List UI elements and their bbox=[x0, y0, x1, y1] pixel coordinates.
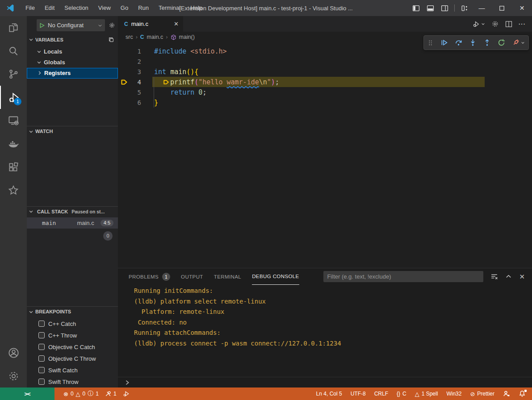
menu-file[interactable]: File bbox=[21, 0, 40, 16]
braces-icon: {} bbox=[397, 391, 400, 397]
chevron-down-icon bbox=[37, 60, 42, 65]
variables-section-header[interactable]: VARIABLES bbox=[27, 35, 118, 45]
search-icon[interactable] bbox=[0, 39, 27, 62]
menu-run[interactable]: Run bbox=[133, 0, 154, 16]
console-filter-input[interactable] bbox=[323, 271, 483, 282]
menu-terminal[interactable]: Terminal bbox=[154, 0, 185, 16]
panel-tab-output[interactable]: OUTPUT bbox=[181, 268, 203, 285]
toggle-sidebar-icon[interactable] bbox=[409, 0, 423, 16]
code-line-4[interactable]: 4 printf("hello wamr-ide\n"); bbox=[118, 77, 532, 87]
code-line-2[interactable]: 2 bbox=[118, 56, 532, 67]
explorer-icon[interactable] bbox=[0, 16, 27, 39]
launch-config-dropdown[interactable]: No Configurat bbox=[37, 19, 105, 31]
breakpoint-checkbox[interactable] bbox=[38, 332, 45, 338]
breakpoint-row[interactable]: Swift Throw bbox=[27, 376, 118, 388]
spell-checker-status[interactable]: △ 1 Spell bbox=[415, 391, 438, 397]
panel-tab-debug-console[interactable]: DEBUG CONSOLE bbox=[252, 268, 299, 285]
maximize-panel-icon[interactable] bbox=[505, 273, 512, 280]
breakpoint-row[interactable]: C++ Catch bbox=[27, 318, 118, 329]
cursor-position[interactable]: Ln 4, Col 5 bbox=[316, 391, 342, 397]
problems-status[interactable]: ⊗0 △0 ⓘ1 bbox=[63, 390, 99, 398]
breakpoint-row[interactable]: C++ Throw bbox=[27, 329, 118, 341]
variables-item-locals[interactable]: Locals bbox=[27, 46, 118, 57]
close-window-button[interactable]: ✕ bbox=[512, 0, 532, 16]
code-editor[interactable]: 1#include <stdio.h>23int main(){4 printf… bbox=[118, 42, 532, 268]
run-and-debug-icon[interactable]: 1 bbox=[0, 86, 27, 109]
chevron-down-icon bbox=[37, 49, 42, 54]
menu-help[interactable]: Help bbox=[185, 0, 207, 16]
code-line-6[interactable]: 6} bbox=[118, 97, 532, 108]
menu-edit[interactable]: Edit bbox=[40, 0, 59, 16]
copy-icon[interactable] bbox=[108, 37, 114, 43]
clear-console-icon[interactable] bbox=[490, 273, 498, 280]
watch-section-header[interactable]: WATCH bbox=[27, 126, 118, 136]
step-into-icon[interactable] bbox=[469, 39, 477, 46]
notifications-bell[interactable] bbox=[519, 390, 526, 397]
more-actions-icon[interactable]: ··· bbox=[519, 21, 526, 27]
toolbar-drag-handle[interactable] bbox=[427, 40, 434, 46]
breakpoints-section-header[interactable]: BREAKPOINTS bbox=[27, 307, 118, 317]
star-icon[interactable] bbox=[0, 179, 27, 202]
step-over-icon[interactable] bbox=[455, 39, 462, 46]
menu-view[interactable]: View bbox=[93, 0, 116, 16]
menu-go[interactable]: Go bbox=[116, 0, 133, 16]
breakpoint-gutter-arrow[interactable] bbox=[118, 79, 130, 86]
toolchain-status[interactable]: 1 bbox=[105, 391, 117, 397]
remote-indicator[interactable]: >< bbox=[0, 388, 54, 400]
line-col-badge: 4:5 bbox=[101, 220, 113, 226]
breakpoint-checkbox[interactable] bbox=[38, 379, 45, 385]
stack-frame-row[interactable]: main main.c 4:5 bbox=[27, 217, 118, 229]
step-out-icon[interactable] bbox=[483, 39, 491, 46]
editor-settings-gear-icon[interactable] bbox=[491, 20, 499, 28]
debug-status-icon[interactable] bbox=[123, 390, 130, 397]
debug-settings-gear-icon[interactable] bbox=[109, 22, 115, 29]
minimize-button[interactable]: — bbox=[472, 0, 492, 16]
panel-tab-terminal[interactable]: TERMINAL bbox=[214, 268, 241, 285]
code-line-5[interactable]: 5 return 0; bbox=[118, 87, 532, 97]
menu-selection[interactable]: Selection bbox=[59, 0, 93, 16]
close-tab-icon[interactable]: ✕ bbox=[174, 21, 179, 27]
remote-explorer-icon[interactable] bbox=[0, 109, 27, 132]
split-editor-icon[interactable] bbox=[505, 21, 512, 28]
settings-gear-icon[interactable] bbox=[0, 364, 27, 388]
chevron-down-icon[interactable] bbox=[521, 41, 525, 45]
restart-icon[interactable] bbox=[498, 39, 505, 46]
panel-tab-problems[interactable]: PROBLEMS1 bbox=[129, 268, 170, 285]
callstack-section-header[interactable]: CALL STACK Paused on st... bbox=[27, 207, 118, 217]
customize-layout-icon[interactable] bbox=[457, 0, 472, 16]
extensions-icon[interactable] bbox=[0, 155, 27, 179]
toggle-panel-icon[interactable] bbox=[423, 0, 437, 16]
breakpoint-row[interactable]: Swift Catch bbox=[27, 364, 118, 376]
tab-main-c[interactable]: C main.c ✕ bbox=[118, 16, 183, 32]
code-line-3[interactable]: 3int main(){ bbox=[118, 67, 532, 77]
warning-icon: △ bbox=[415, 391, 419, 397]
breakpoint-checkbox[interactable] bbox=[38, 344, 45, 350]
eol-indicator[interactable]: CRLF bbox=[374, 391, 388, 397]
feedback-person-icon[interactable] bbox=[503, 390, 510, 397]
toggle-secondary-sidebar-icon[interactable] bbox=[437, 0, 452, 16]
encoding-indicator[interactable]: UTF-8 bbox=[351, 391, 366, 397]
close-panel-icon[interactable]: ✕ bbox=[519, 273, 525, 281]
account-icon[interactable] bbox=[0, 341, 27, 364]
debug-console-input[interactable] bbox=[118, 377, 532, 388]
formatter-status[interactable]: ⊘ Prettier bbox=[470, 391, 494, 397]
docker-icon[interactable] bbox=[0, 132, 27, 155]
disconnect-icon[interactable] bbox=[512, 39, 519, 46]
debug-console-output[interactable]: Running initCommands:(lldb) platform sel… bbox=[118, 285, 532, 377]
maximize-button[interactable] bbox=[492, 0, 512, 16]
continue-icon[interactable] bbox=[440, 39, 448, 46]
debug-run-menu[interactable] bbox=[472, 20, 485, 28]
source-control-icon[interactable] bbox=[0, 62, 27, 86]
chevron-down-icon bbox=[29, 37, 34, 42]
breakpoint-row[interactable]: Objective C Catch bbox=[27, 341, 118, 353]
breakpoint-row[interactable]: Objective C Throw bbox=[27, 353, 118, 364]
breakpoint-checkbox[interactable] bbox=[38, 355, 45, 362]
console-line: Running initCommands: bbox=[134, 287, 532, 298]
chevron-down-icon bbox=[29, 309, 34, 314]
breakpoint-checkbox[interactable] bbox=[38, 367, 45, 373]
breakpoint-checkbox[interactable] bbox=[38, 321, 45, 327]
platform-indicator[interactable]: Win32 bbox=[446, 391, 461, 397]
variables-item-globals[interactable]: Globals bbox=[27, 57, 118, 68]
language-mode[interactable]: {} C bbox=[397, 391, 406, 397]
variables-item-registers[interactable]: Registers bbox=[27, 68, 118, 79]
